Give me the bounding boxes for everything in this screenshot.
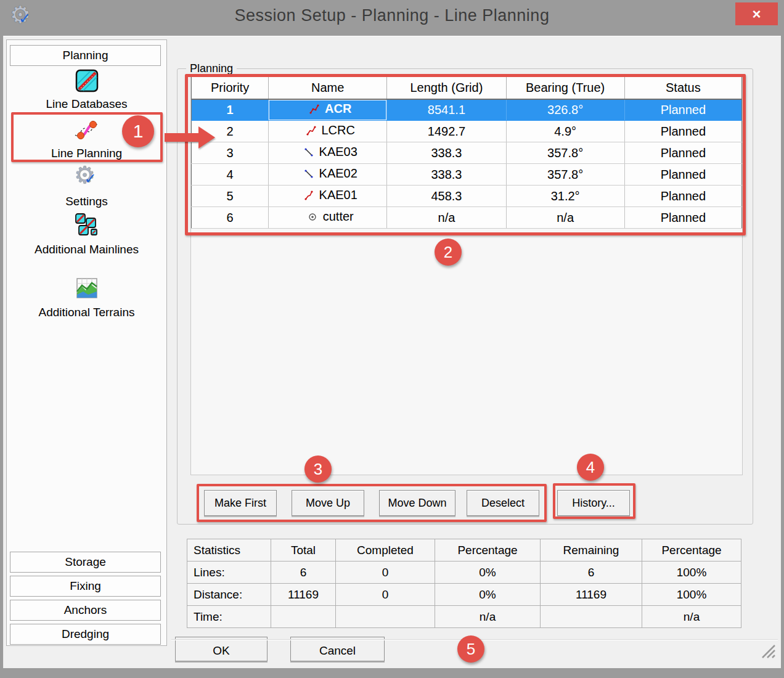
planning-groupbox-label: Planning <box>186 62 237 75</box>
cell-length: 1492.7 <box>387 121 506 142</box>
line-planning-table: Priority Name Length (Grid) Bearing (Tru… <box>191 76 742 229</box>
table-row[interactable]: 1 ACR 8541.1 326.8° Planned <box>192 99 742 121</box>
statistics-table: Statistics Total Completed Percentage Re… <box>187 539 741 628</box>
make-first-button[interactable]: Make First <box>204 490 277 516</box>
sidebar-item-additional-mainlines[interactable]: Additional Mainlines <box>7 213 166 257</box>
cell-bearing: 31.2° <box>506 186 624 207</box>
stats-value: 100% <box>642 562 741 584</box>
cell-length: 338.3 <box>387 142 506 164</box>
cell-status: Planned <box>624 121 741 142</box>
stats-label: Distance: <box>187 584 271 606</box>
sidebar-item-label: Line Databases <box>7 96 166 112</box>
close-button[interactable]: × <box>735 2 778 25</box>
resize-grip[interactable] <box>759 643 776 661</box>
sidebar-item-label: Line Planning <box>7 145 166 161</box>
stats-value <box>336 606 435 628</box>
column-header-bearing[interactable]: Bearing (True) <box>506 77 624 99</box>
sidebar-item-label: Additional Mainlines <box>7 242 166 257</box>
stats-value: 0% <box>435 584 541 606</box>
sidebar-item-storage[interactable]: Storage <box>10 552 161 573</box>
sidebar-item-anchors[interactable]: Anchors <box>10 600 161 621</box>
cell-priority: 1 <box>192 99 269 121</box>
cell-name: ACR <box>269 99 387 121</box>
cell-length: 8541.1 <box>387 99 506 121</box>
cell-status: Planned <box>624 99 741 121</box>
stats-value: 6 <box>541 562 642 584</box>
cell-bearing: 357.8° <box>506 142 624 164</box>
stats-col-total: Total <box>271 539 336 562</box>
sidebar-header-planning[interactable]: Planning <box>10 45 161 66</box>
stats-label: Time: <box>187 606 271 628</box>
settings-gear-icon: ⚙ ✓ <box>73 165 100 190</box>
cell-length: n/a <box>387 207 506 229</box>
table-header-row: Priority Name Length (Grid) Bearing (Tru… <box>192 77 742 99</box>
cell-bearing: 326.8° <box>506 99 624 121</box>
table-row[interactable]: 6 cutter n/a n/a Planned <box>192 207 742 229</box>
move-up-button[interactable]: Move Up <box>292 490 364 516</box>
line-planning-icon <box>73 118 101 143</box>
stats-value: 11169 <box>271 584 336 606</box>
cell-name: KAE01 <box>269 186 387 207</box>
cancel-button[interactable]: Cancel <box>290 637 385 661</box>
table-row[interactable]: 3 KAE03 338.3 357.8° Planned <box>192 142 742 164</box>
footer-divider <box>171 639 778 640</box>
column-header-status[interactable]: Status <box>624 77 741 99</box>
table-row[interactable]: 2 LCRC 1492.7 4.9° Planned <box>192 121 742 142</box>
black-line-icon <box>303 147 314 161</box>
stats-header-row: Statistics Total Completed Percentage Re… <box>187 539 741 562</box>
stats-value: 0 <box>336 584 435 606</box>
column-header-length[interactable]: Length (Grid) <box>387 77 506 99</box>
table-row[interactable]: 4 KAE02 338.3 357.8° Planned <box>192 164 742 186</box>
cell-name: cutter <box>269 207 387 229</box>
cell-bearing: n/a <box>506 207 624 229</box>
cell-bearing: 357.8° <box>506 164 624 186</box>
cell-priority: 2 <box>192 121 269 142</box>
line-planning-list[interactable]: Priority Name Length (Grid) Bearing (Tru… <box>190 76 743 475</box>
history-button[interactable]: History... <box>557 490 630 516</box>
move-down-button[interactable]: Move Down <box>379 490 455 516</box>
cell-priority: 3 <box>192 142 269 164</box>
sidebar: Planning Line Databases <box>6 39 167 646</box>
stats-value: n/a <box>435 606 541 628</box>
window-title: Session Setup - Planning - Line Planning <box>0 6 784 25</box>
ok-button[interactable]: OK <box>175 637 267 661</box>
cell-name: KAE03 <box>269 142 387 164</box>
close-icon: × <box>752 7 761 22</box>
cell-priority: 6 <box>192 207 269 229</box>
cell-status: Planned <box>624 164 741 186</box>
cutter-circle-icon <box>307 211 318 226</box>
line-databases-icon <box>75 69 99 94</box>
column-header-priority[interactable]: Priority <box>192 77 269 99</box>
stats-row-distance: Distance: 11169 0 0% 11169 100% <box>187 584 741 606</box>
sidebar-item-settings[interactable]: ⚙ ✓ Settings <box>7 165 166 209</box>
stats-value <box>541 606 642 628</box>
table-row[interactable]: 5 KAE01 458.3 31.2° Planned <box>192 186 742 207</box>
cell-length: 338.3 <box>387 164 506 186</box>
title-bar[interactable]: ⚙ ✓ Session Setup - Planning - Line Plan… <box>0 0 784 36</box>
dialog-client-area: Planning Line Databases <box>3 36 781 668</box>
black-line-icon <box>303 168 314 182</box>
cell-status: Planned <box>624 142 741 164</box>
red-polyline-icon <box>306 125 317 139</box>
column-header-name[interactable]: Name <box>269 77 387 99</box>
stats-value <box>271 606 336 628</box>
cell-status: Planned <box>624 207 741 229</box>
cell-priority: 4 <box>192 164 269 186</box>
sidebar-item-dredging[interactable]: Dredging <box>10 624 161 645</box>
sidebar-item-label: Additional Terrains <box>7 304 166 320</box>
sidebar-item-additional-terrains[interactable]: Additional Terrains <box>7 277 166 320</box>
cell-name: LCRC <box>269 121 387 142</box>
cell-length: 458.3 <box>387 186 506 207</box>
additional-mainlines-icon <box>74 213 100 238</box>
sidebar-item-fixing[interactable]: Fixing <box>10 576 161 597</box>
additional-terrains-icon <box>75 277 99 302</box>
stats-row-lines: Lines: 6 0 0% 6 100% <box>187 562 741 584</box>
stats-col-statistics: Statistics <box>187 539 271 562</box>
red-polyline-icon <box>303 190 314 204</box>
stats-value: n/a <box>642 606 741 628</box>
stats-label: Lines: <box>187 562 271 584</box>
stats-col-remaining-percentage: Percentage <box>642 539 741 562</box>
deselect-button[interactable]: Deselect <box>467 490 539 516</box>
sidebar-item-line-planning[interactable]: Line Planning <box>7 118 166 161</box>
sidebar-item-line-databases[interactable]: Line Databases <box>7 69 166 112</box>
